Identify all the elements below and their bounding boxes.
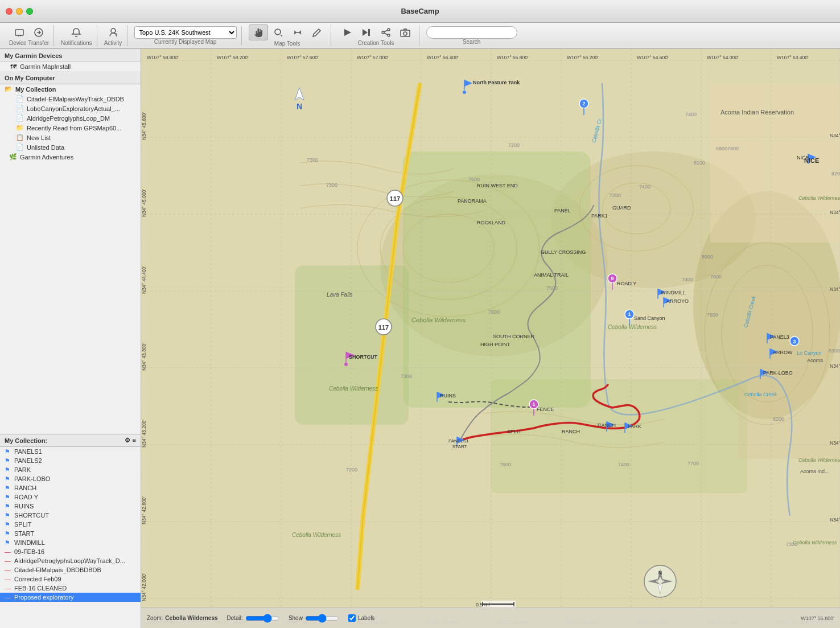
svg-text:7300: 7300: [786, 541, 797, 547]
share-button[interactable]: [377, 25, 395, 40]
collection-item-panels1[interactable]: ⚑ PANELS1: [0, 447, 141, 456]
sidebar-item-unlisted-data[interactable]: 📄 Unlisted Data: [0, 142, 141, 152]
activity-button[interactable]: [104, 25, 122, 40]
forward-button[interactable]: [357, 25, 376, 40]
svg-text:PARK: PARK: [628, 424, 641, 429]
svg-text:PANELS1: PANELS1: [448, 438, 469, 444]
lobo-label: LoboCanyonExploratoryActual_...: [27, 105, 120, 112]
svg-text:Sand Canyon: Sand Canyon: [634, 315, 665, 321]
data-icon: 📄: [16, 143, 24, 151]
collection-item-corrected[interactable]: — Corrected Feb09: [0, 574, 141, 584]
svg-text:N34° 45.000': N34° 45.000': [141, 189, 147, 217]
track-dot-proposed: —: [5, 594, 11, 601]
sidebar-item-my-collection[interactable]: 📂 My Collection: [0, 84, 141, 94]
sidebar-item-recently-read[interactable]: 📁 Recently Read from GPSMap60...: [0, 123, 141, 133]
collection-item-feb16[interactable]: — FEB-16 CLEANED: [0, 584, 141, 593]
sidebar-item-new-list[interactable]: 📋 New List: [0, 133, 141, 142]
close-button[interactable]: [6, 8, 13, 15]
svg-text:N34° 45.600': N34° 45.600': [141, 112, 147, 140]
svg-text:7500: 7500: [546, 285, 558, 291]
collection-item-ruins[interactable]: ⚑ RUINS: [0, 502, 141, 511]
camera-button[interactable]: [396, 25, 414, 40]
unlisted-data-label: Unlisted Data: [27, 144, 64, 151]
svg-text:WINDMILL: WINDMILL: [661, 290, 686, 295]
sidebar-item-aldridge[interactable]: 📄 AldridgePetroglyphsLoop_DM: [0, 113, 141, 123]
device-transfer-group: Device Transfer: [5, 25, 54, 46]
svg-point-7: [388, 28, 390, 31]
maximize-button[interactable]: [26, 8, 33, 15]
collection-item-ranch[interactable]: ⚑ RANCH: [0, 483, 141, 492]
show-label: Show: [289, 615, 303, 621]
garmin-adventures-label: Garmin Adventures: [20, 154, 73, 161]
notifications-button[interactable]: [67, 25, 85, 40]
collection-item-windmill[interactable]: ⚑ WINDMILL: [0, 538, 141, 547]
flag-icon-windmill: ⚑: [5, 539, 11, 546]
svg-text:N34° 45.000': N34° 45.000': [830, 210, 840, 215]
collection-item-start[interactable]: ⚑ START: [0, 529, 141, 538]
svg-text:W107° 58.800': W107° 58.800': [147, 55, 179, 60]
collection-item-panels2[interactable]: ⚑ PANELS2: [0, 456, 141, 465]
svg-text:N34° 42.000': N34° 42.000': [141, 573, 147, 601]
computer-header: On My Computer: [0, 71, 141, 84]
citadel-label: Citadel-ElMalpaisWayTrack_DBDB: [27, 96, 124, 102]
list-view-icon[interactable]: ≡: [133, 437, 136, 444]
folder-open-icon: 📂: [5, 85, 13, 93]
detail-slider[interactable]: [245, 614, 279, 623]
device-button[interactable]: [10, 25, 28, 40]
settings-icon[interactable]: ⚙: [125, 437, 130, 444]
collection-item-aldridge-track[interactable]: — AldridgePetroglyphsLoopWayTrack_D...: [0, 556, 141, 565]
svg-text:W107° 54.000': W107° 54.000': [707, 55, 739, 60]
sidebar-item-garmin-adventures[interactable]: 🌿 Garmin Adventures: [0, 152, 141, 162]
svg-point-3: [275, 29, 281, 35]
collection-item-road-y[interactable]: ⚑ ROAD Y: [0, 492, 141, 502]
svg-text:117: 117: [390, 195, 400, 202]
sidebar-item-citadel[interactable]: 📄 Citadel-ElMalpaisWayTrack_DBDB: [0, 94, 141, 104]
collection-item-citadel-track[interactable]: — Citadel-ElMalpais_DBDBDBDB: [0, 565, 141, 574]
measure-tool-button[interactable]: [289, 25, 307, 40]
svg-text:W107° 55.800': W107° 55.800': [497, 55, 529, 60]
collection-controls[interactable]: ⚙ ≡: [125, 437, 136, 444]
map-area[interactable]: 117 117 North Pasture Tank 2: [141, 49, 840, 628]
flag-icon-panels2: ⚑: [5, 457, 11, 464]
detail-label: Detail:: [227, 615, 243, 621]
svg-text:Lo Canyon: Lo Canyon: [797, 350, 822, 356]
creation-tools-group: Creation Tools: [333, 25, 419, 46]
search-input[interactable]: [426, 26, 517, 39]
transfer-button[interactable]: [30, 25, 48, 40]
minimize-button[interactable]: [16, 8, 23, 15]
svg-text:FENCE: FENCE: [537, 407, 554, 412]
svg-text:Acoma: Acoma: [807, 358, 823, 363]
svg-text:North Pasture Tank: North Pasture Tank: [473, 80, 520, 85]
svg-text:N34° 44.400': N34° 44.400': [141, 266, 147, 294]
window-controls[interactable]: [0, 8, 33, 15]
svg-text:Cebolla Wilderness: Cebolla Wilderness: [292, 532, 341, 538]
collection-item-park[interactable]: ⚑ PARK: [0, 465, 141, 474]
play-button[interactable]: [338, 25, 356, 40]
labels-checkbox[interactable]: [348, 614, 356, 622]
svg-text:PANORAMA: PANORAMA: [458, 198, 487, 204]
sidebar-item-lobo[interactable]: 📄 LoboCanyonExploratoryActual_...: [0, 104, 141, 113]
track-icon-2: 📄: [16, 105, 24, 112]
svg-text:W107° 58.200': W107° 58.200': [217, 55, 249, 60]
show-slider[interactable]: [305, 614, 339, 623]
map-selector[interactable]: Topo U.S. 24K Southwest: [134, 26, 237, 39]
collection-bottom-label: My Collection:: [5, 437, 47, 444]
collection-item-shortcut[interactable]: ⚑ SHORTCUT: [0, 511, 141, 520]
new-list-label: New List: [27, 134, 51, 141]
svg-text:N34° 42.600': N34° 42.600': [830, 517, 840, 523]
hand-tool-button[interactable]: [249, 24, 268, 40]
notifications-label: Notifications: [61, 40, 92, 46]
svg-text:7600: 7600: [707, 312, 718, 318]
collection-item-proposed[interactable]: — Proposed exploratory: [0, 593, 141, 602]
pencil-tool-button[interactable]: [308, 25, 326, 40]
zoom-tool-button[interactable]: [269, 25, 287, 40]
collection-item-09-feb[interactable]: — 09-FEB-16: [0, 547, 141, 556]
svg-text:7400: 7400: [685, 112, 697, 117]
sidebar-item-garmin-install[interactable]: 🗺 Garmin MapInstall: [0, 62, 141, 71]
collection-item-split[interactable]: ⚑ SPLIT: [0, 520, 141, 529]
zoom-target: Cebolla Wilderness: [165, 615, 217, 621]
collection-item-park-lobo[interactable]: ⚑ PARK-LOBO: [0, 474, 141, 483]
svg-text:Cebolla Wilderness: Cebolla Wilderness: [793, 540, 837, 545]
map-selector-group: Topo U.S. 24K Southwest Currently Displa…: [130, 26, 242, 45]
detail-status: Detail:: [227, 614, 279, 623]
